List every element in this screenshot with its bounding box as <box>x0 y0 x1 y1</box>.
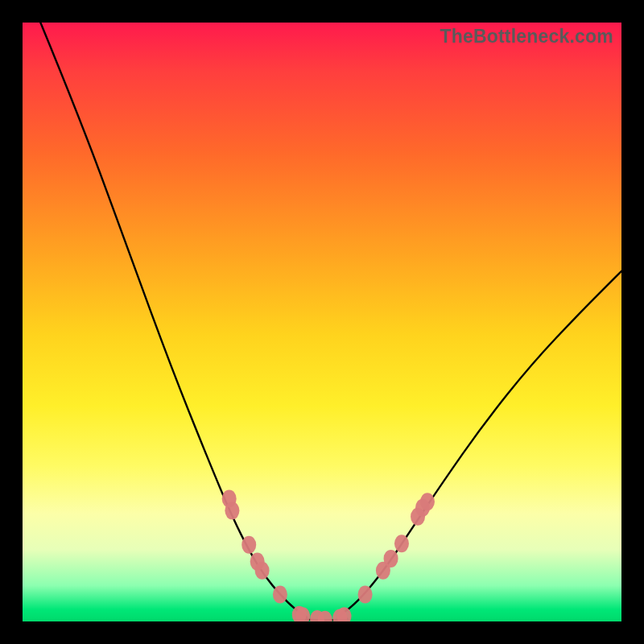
data-marker <box>273 586 287 604</box>
chart-svg <box>23 23 621 621</box>
data-marker <box>255 562 270 580</box>
curve-group <box>40 23 621 621</box>
bottleneck-curve <box>40 23 621 621</box>
plot-area: TheBottleneck.com <box>23 23 621 621</box>
data-marker <box>358 586 373 604</box>
data-marker <box>384 550 398 568</box>
data-marker <box>420 493 435 510</box>
chart-frame: TheBottleneck.com <box>0 0 644 644</box>
marker-group <box>222 489 435 621</box>
data-marker <box>394 535 409 552</box>
data-marker <box>225 502 239 519</box>
data-marker <box>242 536 256 554</box>
